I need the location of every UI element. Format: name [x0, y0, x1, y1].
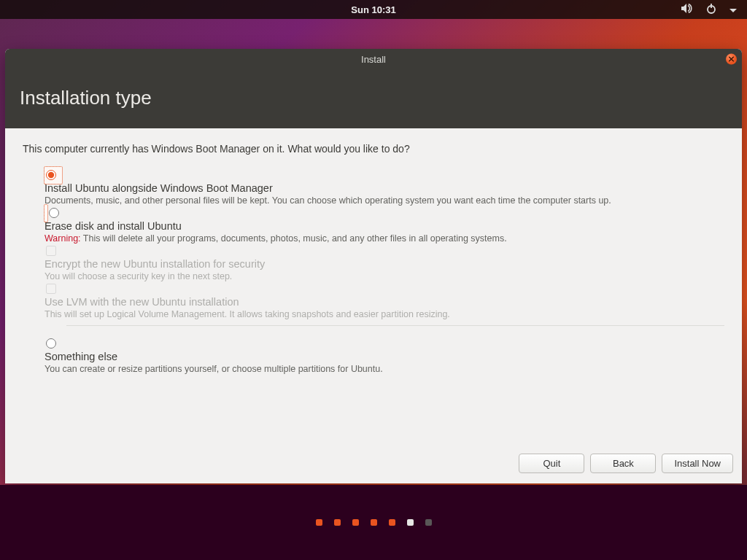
option-title: Use LVM with the new Ubuntu installation	[44, 296, 724, 308]
content-area: This computer currently has Windows Boot…	[5, 128, 742, 449]
checkbox-lvm	[46, 284, 56, 294]
step-dot-4	[371, 519, 377, 526]
option-desc: Warning: This will delete all your progr…	[44, 233, 724, 245]
page-heading: Installation type	[5, 69, 742, 128]
install-now-button[interactable]: Install Now	[662, 454, 733, 473]
option-title: Something else	[44, 351, 724, 362]
chevron-down-icon[interactable]	[729, 4, 737, 15]
step-dot-1	[316, 519, 322, 526]
option-title: Install Ubuntu alongside Windows Boot Ma…	[44, 182, 724, 194]
option-desc: You will choose a security key in the ne…	[44, 271, 724, 283]
option-title: Encrypt the new Ubuntu installation for …	[44, 258, 724, 270]
option-encrypt: Encrypt the new Ubuntu installation for …	[44, 243, 724, 283]
quit-button[interactable]: Quit	[519, 454, 584, 473]
option-something-else[interactable]: Something else You can create or resize …	[44, 335, 724, 376]
svg-rect-1	[711, 4, 712, 8]
option-title: Erase disk and install Ubuntu	[44, 220, 724, 232]
system-tray	[681, 4, 737, 16]
progress-dots	[0, 485, 747, 560]
window-title: Install	[361, 54, 386, 65]
divider	[66, 325, 724, 326]
step-dot-3	[352, 519, 359, 526]
clock[interactable]: Sun 10:31	[351, 4, 395, 15]
step-dot-7	[425, 519, 432, 526]
options-group: Install Ubuntu alongside Windows Boot Ma…	[44, 169, 724, 375]
radio-erase[interactable]	[49, 208, 59, 218]
close-button[interactable]	[726, 54, 737, 65]
option-erase-disk[interactable]: Erase disk and install Ubuntu Warning: T…	[44, 205, 724, 245]
step-dot-6	[407, 519, 414, 526]
warning-label: Warning:	[44, 233, 81, 244]
back-button[interactable]: Back	[590, 454, 656, 473]
checkbox-encrypt	[46, 246, 56, 256]
footer-buttons: Quit Back Install Now	[5, 449, 742, 483]
option-lvm: Use LVM with the new Ubuntu installation…	[44, 281, 724, 321]
option-desc: Documents, music, and other personal fil…	[44, 195, 724, 207]
titlebar: Install	[5, 49, 742, 69]
option-install-alongside[interactable]: Install Ubuntu alongside Windows Boot Ma…	[44, 167, 724, 222]
intro-text: This computer currently has Windows Boot…	[23, 143, 724, 155]
option-desc: This will set up Logical Volume Manageme…	[44, 308, 724, 321]
step-dot-2	[334, 519, 341, 526]
radio-alongside[interactable]	[46, 170, 56, 180]
step-dot-5	[389, 519, 395, 526]
top-panel: Sun 10:31	[0, 0, 747, 19]
radio-something-else[interactable]	[46, 338, 56, 349]
install-window: Install Installation type This computer …	[5, 49, 742, 483]
power-icon[interactable]	[706, 4, 716, 16]
volume-icon[interactable]	[681, 4, 693, 15]
option-desc: You can create or resize partitions your…	[44, 363, 724, 376]
